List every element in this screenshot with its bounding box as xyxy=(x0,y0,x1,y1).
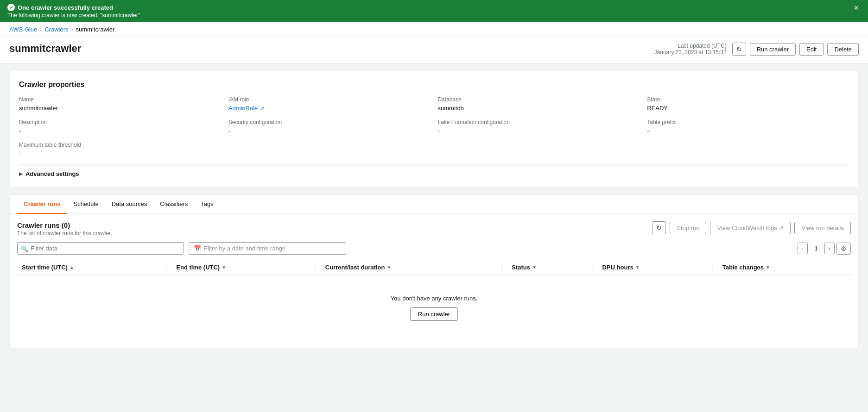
calendar-icon: 📅 xyxy=(194,245,201,252)
delete-button[interactable]: Delete xyxy=(827,43,859,56)
empty-run-crawler-button[interactable]: Run crawler xyxy=(410,307,458,321)
property-database-label: Database xyxy=(438,96,640,103)
breadcrumb-sep-2: › xyxy=(71,26,73,33)
sort-desc-icon-2: ▼ xyxy=(386,265,391,270)
date-filter-wrapper[interactable]: 📅 Filter by a date and time range xyxy=(189,242,346,255)
col-table-changes: Table changes ▼ xyxy=(718,260,851,275)
success-banner: ✓ One crawler successfully created The f… xyxy=(0,0,868,22)
table-body: You don't have any crawler runs. Run cra… xyxy=(17,275,851,340)
table-settings-button[interactable]: ⚙ xyxy=(836,243,851,255)
empty-state: You don't have any crawler runs. Run cra… xyxy=(22,281,846,335)
property-iam-role-value: AdminRole ↗ xyxy=(228,105,431,112)
col-separator-1: | xyxy=(161,260,172,275)
advanced-settings-toggle[interactable]: ▶ Advanced settings xyxy=(19,170,79,177)
main-content: Crawler properties Name summitcrawler IA… xyxy=(0,63,868,356)
banner-subtitle: The following crawler is now created: "s… xyxy=(7,12,140,19)
property-description-label: Description xyxy=(19,119,221,125)
crawler-runs-table: Start time (UTC) ▲ | End time (UTC) ▼ | xyxy=(17,260,851,340)
breadcrumb-current: summitcrawler xyxy=(76,26,115,33)
runs-refresh-button[interactable]: ↻ xyxy=(652,221,666,234)
checkmark-icon: ✓ xyxy=(7,4,15,11)
search-icon: 🔍 xyxy=(21,245,28,252)
property-security-config: Security configuration - xyxy=(228,119,431,134)
property-lake-formation: Lake Formation configuration - xyxy=(438,119,640,134)
breadcrumb: AWS Glue › Crawlers › summitcrawler xyxy=(0,22,868,37)
property-database-value: summitdb xyxy=(438,105,640,112)
triangle-icon: ▶ xyxy=(19,171,23,176)
property-lake-formation-value: - xyxy=(438,127,640,134)
tabs-container: Crawler runs Schedule Data sources Class… xyxy=(9,194,859,348)
tab-data-sources[interactable]: Data sources xyxy=(105,195,154,214)
iam-role-link[interactable]: AdminRole ↗ xyxy=(228,105,265,112)
tab-classifiers[interactable]: Classifiers xyxy=(153,195,194,214)
property-iam-role-label: IAM role xyxy=(228,96,431,103)
crawler-runs-section: Crawler runs (0) The list of crawler run… xyxy=(10,214,858,348)
tab-crawler-runs[interactable]: Crawler runs xyxy=(17,195,67,214)
breadcrumb-aws-glue[interactable]: AWS Glue xyxy=(9,26,37,33)
ext-link-icon: ↗ xyxy=(260,106,265,111)
property-database: Database summitdb xyxy=(438,96,640,112)
col-dpu-hours: DPU hours ▼ xyxy=(597,260,707,275)
banner-title: ✓ One crawler successfully created xyxy=(7,4,140,11)
property-lake-formation-label: Lake Formation configuration xyxy=(438,119,640,125)
banner-close-button[interactable]: × xyxy=(852,4,861,12)
property-security-config-value: - xyxy=(228,127,431,134)
col-separator-5: | xyxy=(707,260,718,275)
prev-page-button[interactable]: ‹ xyxy=(798,243,808,254)
properties-row-3: Maximum table threshold - xyxy=(19,142,849,157)
run-crawler-button[interactable]: Run crawler xyxy=(750,43,796,56)
view-run-details-button[interactable]: View run details xyxy=(794,222,851,234)
breadcrumb-crawlers[interactable]: Crawlers xyxy=(44,26,68,33)
col-status: Status ▼ xyxy=(507,260,587,275)
crawler-runs-title-area: Crawler runs (0) The list of crawler run… xyxy=(17,221,112,237)
property-table-prefix: Table prefix - xyxy=(647,119,849,134)
empty-state-row: You don't have any crawler runs. Run cra… xyxy=(17,275,851,340)
stop-run-button[interactable]: Stop run xyxy=(670,222,706,234)
property-security-config-label: Security configuration xyxy=(228,119,431,125)
property-state-value: READY xyxy=(647,105,849,112)
page-header: summitcrawler Last updated (UTC) January… xyxy=(0,37,868,63)
property-table-prefix-value: - xyxy=(647,127,849,134)
pagination-area: ‹ 1 › ⚙ xyxy=(798,243,851,255)
table-header-row: Start time (UTC) ▲ | End time (UTC) ▼ | xyxy=(17,260,851,275)
header-actions: Last updated (UTC) January 22, 2023 at 1… xyxy=(654,43,859,56)
date-filter-text: Filter by a date and time range xyxy=(204,245,285,252)
crawler-runs-subtitle: The list of crawler runs for this crawle… xyxy=(17,230,112,237)
sort-desc-icon-5: ▼ xyxy=(766,265,770,270)
property-table-prefix-label: Table prefix xyxy=(647,119,849,125)
property-max-table: Maximum table threshold - xyxy=(19,142,221,157)
col-end-time: End time (UTC) ▼ xyxy=(171,260,310,275)
property-description: Description - xyxy=(19,119,221,134)
page-title: summitcrawler xyxy=(9,43,81,55)
properties-row-1: Name summitcrawler IAM role AdminRole ↗ … xyxy=(19,96,849,112)
last-updated: Last updated (UTC) January 22, 2023 at 1… xyxy=(654,43,727,56)
banner-content: ✓ One crawler successfully created The f… xyxy=(7,4,140,19)
property-iam-role: IAM role AdminRole ↗ xyxy=(228,96,431,112)
property-name: Name summitcrawler xyxy=(19,96,221,112)
next-page-button[interactable]: › xyxy=(824,243,835,254)
crawler-runs-title: Crawler runs (0) xyxy=(17,221,112,229)
empty-message: You don't have any crawler runs. xyxy=(36,295,832,302)
property-name-value: summitcrawler xyxy=(19,105,221,112)
col-separator-4: | xyxy=(587,260,598,275)
crawler-runs-actions: ↻ Stop run View CloudWatch logs ↗ View r… xyxy=(652,221,851,234)
property-name-label: Name xyxy=(19,96,221,103)
property-description-value: - xyxy=(19,127,221,134)
advanced-settings-label: Advanced settings xyxy=(25,170,79,177)
refresh-button[interactable]: ↻ xyxy=(732,43,746,56)
lake-formation-link[interactable]: - xyxy=(438,127,440,134)
col-separator-3: | xyxy=(496,260,507,275)
view-cloudwatch-button[interactable]: View CloudWatch logs ↗ xyxy=(710,222,791,234)
edit-button[interactable]: Edit xyxy=(799,43,824,56)
property-max-table-value: - xyxy=(19,150,221,157)
page-number: 1 xyxy=(810,243,822,254)
tab-schedule[interactable]: Schedule xyxy=(67,195,105,214)
sort-desc-icon-1: ▼ xyxy=(222,265,226,270)
search-input[interactable] xyxy=(17,242,184,255)
search-input-wrapper: 🔍 xyxy=(17,242,184,255)
property-max-table-label: Maximum table threshold xyxy=(19,142,221,148)
tabs-nav: Crawler runs Schedule Data sources Class… xyxy=(10,195,858,214)
tab-tags[interactable]: Tags xyxy=(194,195,220,214)
cloudwatch-ext-icon: ↗ xyxy=(779,225,784,231)
col-start-time: Start time (UTC) ▲ xyxy=(17,260,161,275)
